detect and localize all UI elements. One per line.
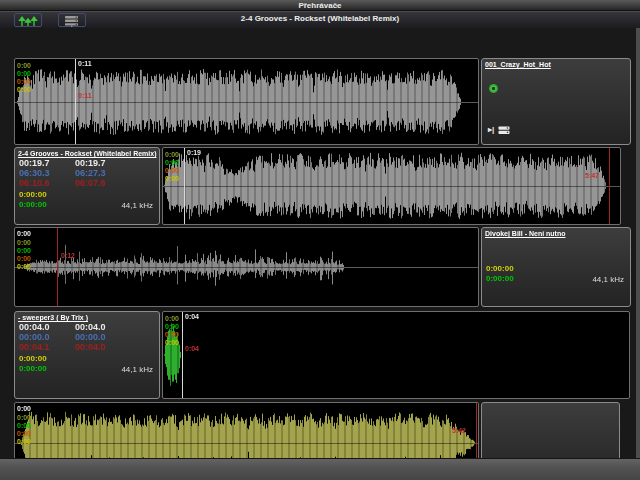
deck-2-info-panel[interactable]: 2-4 Grooves - Rockset (Whitelabel Remix)…: [14, 147, 160, 225]
remaining-times: 00:04.100:04.0: [15, 342, 159, 352]
deck-2-waveform[interactable]: 0:000:00 0:000:00 0:19 5:47: [162, 147, 621, 225]
timeline-start-label: 0:00: [17, 230, 31, 237]
deck-4-info-panel[interactable]: - sweeper3 ( By Trix ) 00:04.000:04.0 00…: [14, 311, 160, 399]
player-window: Přehrávače: [0, 0, 640, 480]
waveform-canvas: [163, 312, 629, 398]
samplerate-label: 44,1 kHz: [121, 201, 159, 210]
jingle-title: 001_Crazy_Hot_Hot: [482, 59, 630, 69]
counter-green: 0:00:00: [482, 274, 514, 284]
cue-time-red-label: 0:11: [78, 92, 92, 99]
playhead-time-label: 0:04: [185, 313, 199, 320]
playhead-time-label: 0:11: [78, 60, 92, 67]
step-play-icon[interactable]: ▸|: [488, 126, 494, 134]
waveform-canvas: [163, 148, 620, 224]
cue-marker-line: [57, 228, 58, 306]
remaining-times: 06:10.606:07.6: [15, 178, 159, 188]
elapsed-times: 00:19.700:19.7: [15, 158, 159, 168]
cue-time-labels: 0:000:00 0:000:00: [17, 239, 31, 271]
jingle-player-panel[interactable]: 001_Crazy_Hot_Hot ▸|: [481, 58, 631, 145]
cue-time-labels: 0:000:00 0:000:00: [165, 315, 179, 347]
deck-4-track-title: - sweeper3 ( By Trix ): [15, 312, 159, 322]
playhead-time-label: 0:19: [187, 149, 201, 156]
timeline-start-label: 0:00: [17, 405, 31, 412]
end-marker-label: 5:42: [452, 427, 466, 434]
total-times: 00:00.000:00.0: [15, 332, 159, 342]
cue-time-labels: 0:000:00 0:000:00: [165, 151, 179, 183]
counter-green: 0:00:00: [15, 364, 47, 374]
waveform-canvas: [15, 59, 478, 144]
cue-marker-label: 0:12: [61, 252, 75, 259]
window-title: Přehrávače: [298, 1, 341, 10]
deck-4-waveform[interactable]: 0:000:00 0:000:00 0:04 0:04: [162, 311, 630, 399]
samplerate-label: 44,1 kHz: [121, 365, 159, 374]
samplerate-label: 44,1 kHz: [592, 275, 630, 284]
playhead-line[interactable]: [184, 148, 185, 224]
cue-time-labels: 0:000:00 0:000:00: [17, 414, 31, 446]
cue-time-red-label: 0:04: [185, 345, 199, 352]
window-titlebar[interactable]: Přehrávače: [0, 0, 640, 11]
decks-area: 0:000:00 0:000:00 0:11 0:11 001_Crazy_Ho…: [0, 28, 636, 458]
toolbar: 2-4 Grooves - Rockset (Whitelabel Remix): [0, 12, 640, 28]
deck-3-waveform[interactable]: 0:00 0:000:00 0:000:00 0:12: [14, 227, 479, 307]
now-playing-title: 2-4 Grooves - Rockset (Whitelabel Remix): [0, 14, 640, 23]
window-bottom-bar: [0, 458, 640, 480]
deck-3-track-title: Divokej Bill - Není nutno: [482, 228, 630, 238]
counter-yellow: 0:00:00: [15, 354, 159, 364]
deck-1-waveform[interactable]: 0:000:00 0:000:00 0:11 0:11: [14, 58, 479, 145]
total-times: 06:30.306:27.3: [15, 168, 159, 178]
playhead-line[interactable]: [182, 312, 183, 398]
deck-2-track-title: 2-4 Grooves - Rockset (Whitelabel Remix): [15, 148, 159, 158]
end-marker-line: [609, 148, 610, 224]
playlist-mini-icon[interactable]: [498, 121, 510, 139]
elapsed-times: 00:04.000:04.0: [15, 322, 159, 332]
deck-3-info-panel[interactable]: Divokej Bill - Není nutno 0:00:00 0:00:0…: [481, 227, 631, 307]
counter-yellow: 0:00:00: [482, 264, 630, 274]
waveform-canvas: [15, 228, 478, 306]
end-marker-label: 5:47: [585, 172, 599, 179]
playhead-line[interactable]: [75, 59, 76, 144]
cue-time-labels: 0:000:00 0:000:00: [17, 62, 31, 94]
counter-green: 0:00:00: [15, 200, 47, 210]
status-led-icon: [489, 84, 498, 93]
counter-yellow: 0:00:00: [15, 190, 159, 200]
